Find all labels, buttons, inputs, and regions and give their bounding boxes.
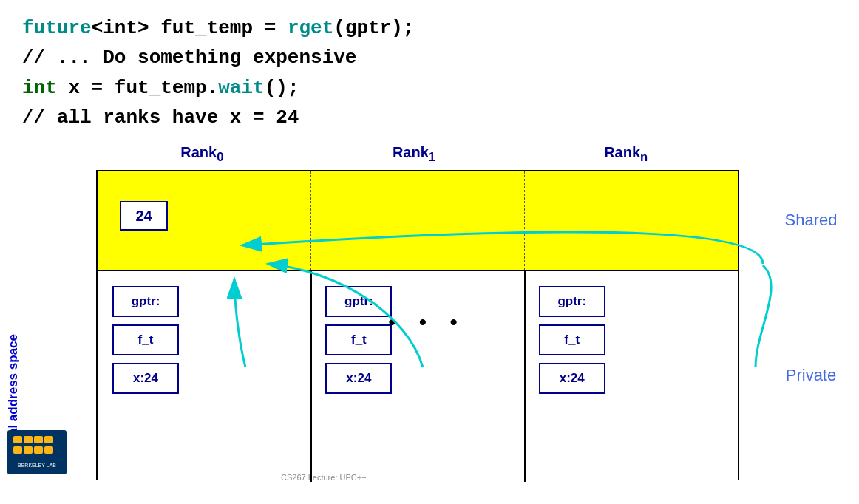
- priv-divider-2: [524, 271, 526, 482]
- pbox-x-1: x:24: [325, 363, 392, 394]
- main-grid: 24 gptr: f_t x:24 gptr: f_t x:24: [96, 170, 739, 480]
- pbox-ft-1: f_t: [325, 324, 392, 355]
- shared-label: Shared: [763, 170, 859, 270]
- private-col-0: gptr: f_t x:24: [105, 286, 186, 394]
- svg-rect-8: [34, 446, 43, 454]
- svg-rect-5: [44, 436, 53, 443]
- rank-header-1: Rank1: [308, 144, 520, 165]
- shared-row: 24: [98, 171, 738, 271]
- code-line-3: int x = fut_temp.wait();: [22, 73, 739, 103]
- right-labels: Shared Private: [763, 170, 859, 480]
- pbox-x-n: x:24: [539, 363, 605, 394]
- keyword-int: int: [22, 77, 57, 99]
- rank-header-0: Rank0: [96, 144, 308, 165]
- private-col-n: gptr: f_t x:24: [532, 286, 613, 394]
- keyword-future: future: [22, 17, 92, 39]
- priv-divider-1: [310, 271, 312, 482]
- svg-rect-9: [44, 446, 53, 454]
- pbox-gptr-n: gptr:: [539, 286, 605, 317]
- pbox-gptr-1: gptr:: [325, 286, 392, 317]
- svg-text:BERKELEY LAB: BERKELEY LAB: [18, 463, 56, 468]
- pbox-x-0: x:24: [112, 363, 179, 394]
- watermark: CS267 Lecture: UPC++: [281, 473, 367, 482]
- dots: • • •: [386, 312, 463, 335]
- private-col-1: gptr: f_t x:24: [318, 286, 399, 394]
- svg-rect-4: [34, 436, 43, 443]
- rank-header-n: Rankn: [520, 144, 732, 165]
- code-line-2: // ... Do something expensive: [22, 43, 739, 72]
- value-box-24: 24: [120, 201, 168, 231]
- pbox-gptr-0: gptr:: [112, 286, 179, 317]
- code-section: future<int> fut_temp = rget(gptr); // ..…: [0, 0, 761, 140]
- svg-rect-3: [24, 436, 33, 443]
- pbox-ft-n: f_t: [539, 324, 605, 355]
- svg-rect-2: [13, 436, 22, 443]
- keyword-rget: rget: [288, 17, 333, 39]
- rank-headers: Rank0 Rank1 Rankn: [96, 144, 739, 165]
- svg-rect-7: [24, 446, 33, 454]
- private-row: gptr: f_t x:24 gptr: f_t x:24 • • • gptr…: [98, 271, 738, 482]
- keyword-wait: wait: [218, 77, 264, 99]
- col-divider-1: [310, 171, 311, 270]
- private-label: Private: [763, 270, 859, 480]
- pbox-ft-0: f_t: [112, 324, 179, 355]
- code-line-1: future<int> fut_temp = rget(gptr);: [22, 13, 739, 43]
- diagram-section: Global address space Rank0 Rank1 Rankn 2…: [0, 144, 859, 504]
- code-line-4: // all ranks have x = 24: [22, 103, 739, 132]
- col-divider-2: [524, 171, 525, 270]
- svg-rect-6: [13, 446, 22, 454]
- berkeley-logo: BERKELEY LAB: [7, 430, 67, 474]
